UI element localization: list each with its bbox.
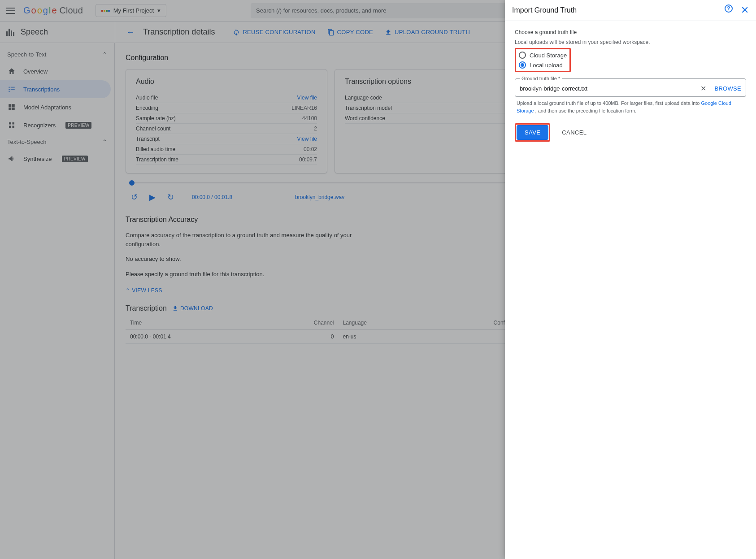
ground-truth-file-input[interactable] (520, 85, 697, 92)
upload-hint: Upload a local ground truth file of up t… (515, 100, 746, 114)
ground-truth-file-field[interactable]: Ground truth file * ✕ BROWSE (515, 78, 746, 97)
cancel-button[interactable]: CANCEL (555, 125, 594, 140)
save-button-highlight: SAVE (515, 123, 550, 142)
save-button[interactable]: SAVE (517, 125, 548, 140)
help-icon[interactable]: ? (725, 4, 733, 13)
radio-checked-icon (519, 61, 526, 69)
import-ground-truth-panel: Import Ground Truth ? ✕ Choose a ground … (505, 0, 756, 559)
radio-local-upload[interactable]: Local upload (519, 60, 567, 70)
radio-cloud-storage[interactable]: Cloud Storage (519, 50, 567, 60)
clear-input-icon[interactable]: ✕ (697, 84, 710, 93)
panel-title: Import Ground Truth (512, 6, 577, 14)
local-upload-sub: Local uploads will be stored in your spe… (515, 39, 746, 45)
field-floating-label: Ground truth file * (520, 76, 562, 81)
radio-unchecked-icon (519, 52, 526, 59)
choose-file-label: Choose a ground truth file (515, 29, 746, 35)
browse-button[interactable]: BROWSE (710, 85, 741, 92)
close-icon[interactable]: ✕ (741, 4, 749, 16)
radio-group-highlight: Cloud Storage Local upload (515, 48, 571, 72)
